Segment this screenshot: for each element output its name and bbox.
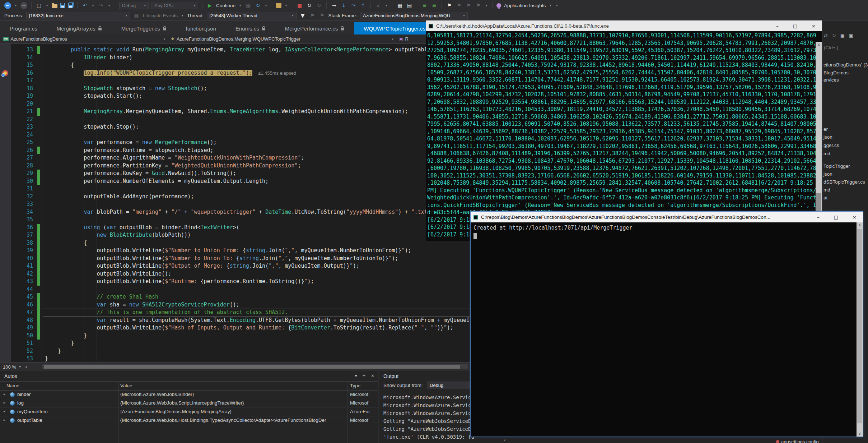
- solution-item[interactable]: dSBTopicTrigger.cs: [823, 179, 865, 185]
- breadcrumb-member-dropdown[interactable]: ▣ R: [396, 36, 411, 42]
- solution-item-appsettings[interactable]: appsettings.config: [776, 439, 819, 443]
- console2-body[interactable]: Created at http://localhost:7071/api/Mer…: [471, 222, 863, 437]
- scrollbar-thumb[interactable]: [857, 229, 862, 423]
- step-over-icon[interactable]: ↷: [350, 2, 357, 9]
- scroll-down-icon[interactable]: ∨: [503, 438, 506, 442]
- continue-button[interactable]: Continue: [216, 3, 235, 8]
- console1-body[interactable]: 6,105811,58173,21174,32750,2454,50236,26…: [426, 31, 822, 241]
- window-position-caret-icon[interactable]: ▾: [355, 373, 357, 378]
- undo-caret-icon[interactable]: ▾: [91, 2, 95, 9]
- column-header-value[interactable]: Value: [120, 383, 132, 388]
- autos-row-binder[interactable]: ▸binder{Microsoft.Azure.WebJobs.Binder}M…: [0, 391, 378, 399]
- perftip[interactable]: ≤1,455ms elapsed: [258, 70, 296, 76]
- stop-debugging-icon[interactable]: ■: [296, 2, 303, 9]
- scroll-left-icon[interactable]: ◂: [24, 364, 28, 370]
- solution-item[interactable]: at: [823, 195, 827, 200]
- consoletest-console-window[interactable]: C:\repos\Blog\Demos\AzureFunctionsBlogDe…: [470, 211, 863, 437]
- process-dropdown[interactable]: [18832] func.exe▾: [26, 12, 130, 19]
- save-icon[interactable]: [60, 3, 65, 8]
- zoom-caret-icon[interactable]: ▾: [18, 364, 22, 370]
- close-icon[interactable]: ×: [371, 373, 374, 378]
- output-list-icon[interactable]: ≡: [431, 2, 438, 9]
- expand-icon[interactable]: ▸: [4, 392, 5, 396]
- minimize-icon[interactable]: –: [776, 23, 779, 29]
- stack-frame-dropdown[interactable]: AzureFunctionsBlogDemos.Merging.WQU▾: [360, 12, 468, 19]
- solution-item[interactable]: md: [823, 187, 830, 193]
- step-out-icon[interactable]: ↑: [360, 2, 367, 9]
- scroll-down-icon[interactable]: ∨: [857, 431, 863, 437]
- funcexe-console-window[interactable]: C:\Users\keith.d.hodo\AppData\Local\Azur…: [426, 20, 822, 241]
- solution-platform-dropdown[interactable]: Any CPU▾: [151, 2, 198, 9]
- horizontal-scrollbar[interactable]: [42, 364, 468, 369]
- console2-vertical-scrollbar[interactable]: ∧ ∨: [857, 222, 863, 437]
- close-icon[interactable]: ×: [853, 214, 857, 220]
- navigate-back-caret-icon[interactable]: ▾: [14, 2, 18, 9]
- solution-item[interactable]: ctionsBlogDemos' (3: [823, 62, 868, 68]
- horizontal-scrollbar-thumb[interactable]: [44, 365, 460, 369]
- tab-mergingarray-cs[interactable]: MergingArray.cs: [47, 22, 112, 34]
- solution-configuration-dropdown[interactable]: Debug▾: [119, 2, 149, 9]
- step-into-icon[interactable]: ↓: [340, 2, 347, 9]
- editor-zoom-control[interactable]: 100 % ▾ ◂: [3, 364, 28, 370]
- toolbar-overflow-icon[interactable]: ▾: [555, 2, 559, 9]
- debugger-event-icon[interactable]: [2, 70, 8, 76]
- application-insights-caret-icon[interactable]: ▾: [549, 2, 552, 9]
- solution-item[interactable]: TopicTrigger: [823, 163, 850, 169]
- tab-enums-cs[interactable]: Enums.cs: [226, 22, 275, 34]
- navigate-back-icon[interactable]: ←: [4, 2, 11, 9]
- windows-icon[interactable]: ▦: [396, 2, 403, 9]
- pin-icon[interactable]: +: [362, 373, 366, 378]
- column-header-name[interactable]: Name: [6, 383, 19, 388]
- console1-titlebar[interactable]: C:\Users\keith.d.hodo\AppData\Local\Azur…: [426, 20, 822, 31]
- close-icon[interactable]: ×: [812, 23, 816, 29]
- autos-row-myQueueItem[interactable]: ▸myQueueItem{AzureFunctionsBlogDemos.Mer…: [0, 408, 378, 416]
- expand-icon[interactable]: ▸: [4, 401, 5, 405]
- solution-item[interactable]: BlogDemos: [823, 70, 849, 75]
- autos-row-outputTable[interactable]: ▸outputTable{Microsoft.Azure.WebJobs.Hos…: [0, 416, 378, 425]
- solution-item[interactable]: md: [823, 151, 830, 156]
- show-next-statement-icon[interactable]: →: [331, 2, 337, 9]
- expand-icon[interactable]: ▸: [4, 418, 5, 422]
- continue-play-icon[interactable]: ▶: [206, 2, 213, 9]
- hex-caret-icon[interactable]: ▾: [384, 2, 388, 9]
- thread-dropdown[interactable]: [25548] Worker Thread▾: [207, 12, 297, 19]
- solution-item[interactable]: ervices: [823, 77, 839, 83]
- maximize-icon[interactable]: □: [793, 23, 797, 29]
- windows-alt-icon[interactable]: ▤: [406, 2, 413, 9]
- scroll-up-icon[interactable]: ∧: [816, 42, 822, 48]
- new-file-icon[interactable]: ▢: [36, 2, 42, 9]
- tab-mergeperformance-cs[interactable]: MergePerformance.cs: [275, 22, 354, 34]
- undo-icon[interactable]: ↶: [81, 2, 88, 9]
- application-insights-icon[interactable]: [496, 3, 501, 8]
- autos-row-log[interactable]: ▸log{Microsoft.Azure.WebJobs.Script.Inte…: [0, 399, 378, 408]
- breakpoints-list-icon[interactable]: ≡: [421, 2, 428, 9]
- breadcrumb-type-dropdown[interactable]: ❖ AzureFunctionsBlogDemos.Merging.WQUWPC…: [168, 36, 396, 42]
- refresh-icon[interactable]: ↻: [255, 2, 261, 9]
- minimize-icon[interactable]: –: [817, 214, 820, 220]
- tab-wquwpctopictrigger-cs[interactable]: WQUWPCTopicTrigger.cs: [354, 22, 435, 34]
- application-insights-button[interactable]: Application Insights: [504, 3, 546, 8]
- console2-titlebar[interactable]: C:\repos\Blog\Demos\AzureFunctionsBlogDe…: [471, 212, 863, 222]
- expand-icon[interactable]: ▸: [4, 409, 5, 413]
- open-folder-icon[interactable]: [52, 4, 57, 8]
- solution-item[interactable]: json: [823, 134, 832, 140]
- new-file-caret-icon[interactable]: ▾: [45, 2, 49, 9]
- tab-function-json[interactable]: function.json: [176, 22, 226, 34]
- hex-display-icon[interactable]: #: [375, 2, 382, 9]
- restart-icon[interactable]: ↻: [306, 2, 313, 9]
- breadcrumb-project-dropdown[interactable]: C# AzureFunctionsBlogDemos ▾: [0, 36, 168, 42]
- solution-item[interactable]: json: [823, 171, 832, 177]
- solution-item[interactable]: er: [823, 126, 828, 132]
- intellitrace-icon[interactable]: [276, 3, 281, 8]
- refresh-caret-icon[interactable]: ▾: [264, 2, 268, 9]
- continue-caret-icon[interactable]: ▾: [238, 2, 242, 9]
- filter-funnel-icon[interactable]: ▼: [299, 12, 306, 19]
- solution-search-input[interactable]: (Ctrl+;): [824, 45, 838, 50]
- save-all-icon[interactable]: [68, 3, 73, 8]
- column-header-type[interactable]: Type: [350, 383, 360, 388]
- toolbar-overflow-icon[interactable]: ▾: [284, 2, 288, 9]
- collapse-all-icon[interactable]: ▣: [840, 33, 845, 38]
- solution-item[interactable]: gger.cs: [823, 143, 839, 148]
- maximize-icon[interactable]: □: [834, 214, 838, 220]
- tab-mergetrigger-cs[interactable]: MergeTrigger.cs: [112, 22, 176, 34]
